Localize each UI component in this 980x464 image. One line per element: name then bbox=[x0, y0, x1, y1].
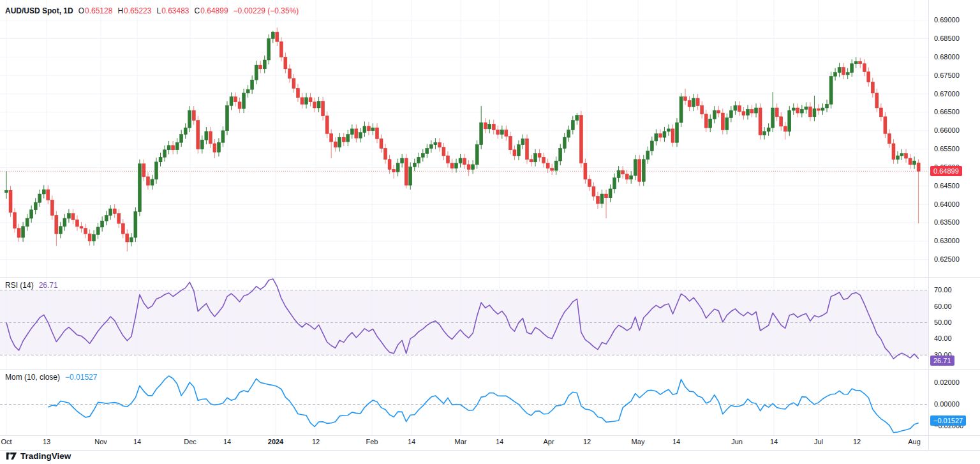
ohlc-open: O0.65128 bbox=[78, 6, 113, 15]
price-axis-label: 0.63500 bbox=[934, 218, 960, 226]
rsi-value-badge: 26.71 bbox=[930, 355, 954, 366]
price-axis-label: 0.68500 bbox=[934, 34, 960, 42]
time-axis-label: 14 bbox=[223, 438, 231, 445]
price-axis-label: 0.63000 bbox=[934, 237, 960, 244]
time-axis-label: 12 bbox=[853, 438, 861, 445]
rsi-axis-label: 40.00 bbox=[934, 334, 952, 342]
price-axis-label: 0.68000 bbox=[934, 53, 960, 61]
time-axis-label: 14 bbox=[133, 438, 141, 445]
time-axis-label: 2024 bbox=[268, 438, 283, 445]
time-axis-label: 14 bbox=[496, 438, 503, 445]
momentum-current-value: −0.01527 bbox=[65, 373, 97, 382]
tradingview-logo[interactable]: TradingView bbox=[6, 451, 71, 461]
ohlc-high: H0.65223 bbox=[117, 6, 151, 15]
time-axis-label: Apr bbox=[543, 438, 554, 445]
momentum-legend[interactable]: Mom (10, close) −0.01527 bbox=[5, 373, 97, 382]
symbol-title: AUD/USD Spot, 1D bbox=[5, 6, 73, 15]
momentum-value-badge: −0.01527 bbox=[930, 415, 966, 426]
price-axis-label: 0.69000 bbox=[934, 16, 960, 24]
rsi-title: RSI (14) bbox=[5, 281, 34, 290]
rsi-axis-label: 60.00 bbox=[934, 303, 952, 310]
momentum-title: Mom (10, close) bbox=[5, 373, 60, 382]
ohlc-low: L0.63483 bbox=[156, 6, 189, 15]
ohlc-close: C0.64899 bbox=[195, 6, 228, 15]
price-axis-label: 0.64000 bbox=[934, 200, 960, 208]
symbol-legend[interactable]: AUD/USD Spot, 1D O0.65128 H0.65223 L0.63… bbox=[5, 6, 299, 15]
time-axis-label: May bbox=[632, 438, 645, 445]
price-axis-label: 0.64500 bbox=[934, 182, 960, 190]
time-axis-label: Oct bbox=[1, 438, 11, 445]
chart-canvas[interactable] bbox=[0, 0, 980, 464]
change-value: −0.00229 (−0.35%) bbox=[234, 6, 299, 15]
momentum-axis-label: 0.00000 bbox=[934, 400, 960, 408]
price-axis-label: 0.66000 bbox=[934, 126, 960, 134]
rsi-axis-label: 70.00 bbox=[934, 286, 952, 294]
time-axis-label: Nov bbox=[94, 438, 107, 445]
rsi-legend[interactable]: RSI (14) 26.71 bbox=[5, 281, 58, 290]
rsi-axis-label: 50.00 bbox=[934, 318, 952, 326]
price-axis-label: 0.62500 bbox=[934, 255, 960, 263]
momentum-axis-label: 0.02000 bbox=[934, 378, 960, 386]
rsi-current-value: 26.71 bbox=[39, 281, 58, 290]
time-axis-label: 14 bbox=[770, 438, 778, 445]
price-axis-label: 0.66500 bbox=[934, 108, 960, 116]
time-axis-label: 14 bbox=[672, 438, 680, 445]
time-axis-label: Feb bbox=[366, 438, 378, 445]
time-axis-label: Jun bbox=[731, 438, 743, 445]
tradingview-logo-text: TradingView bbox=[20, 451, 71, 461]
trading-chart: AUD/USD Spot, 1D O0.65128 H0.65223 L0.63… bbox=[0, 0, 980, 464]
time-axis-label: Dec bbox=[184, 438, 197, 445]
tradingview-icon bbox=[6, 452, 17, 460]
time-axis-label: Mar bbox=[455, 438, 467, 445]
candles-layer bbox=[5, 27, 921, 251]
price-axis-label: 0.67500 bbox=[934, 71, 960, 79]
time-axis-label: Jul bbox=[814, 438, 823, 445]
last-price-badge: 0.64899 bbox=[930, 166, 962, 176]
price-axis-label: 0.67000 bbox=[934, 90, 960, 98]
time-axis-label: 13 bbox=[43, 438, 50, 445]
time-axis-label: 12 bbox=[312, 438, 320, 445]
time-axis-label: Aug bbox=[908, 438, 921, 445]
time-axis-label: 12 bbox=[583, 438, 591, 445]
price-axis-label: 0.65500 bbox=[934, 145, 960, 153]
time-axis-label: 14 bbox=[408, 438, 415, 445]
